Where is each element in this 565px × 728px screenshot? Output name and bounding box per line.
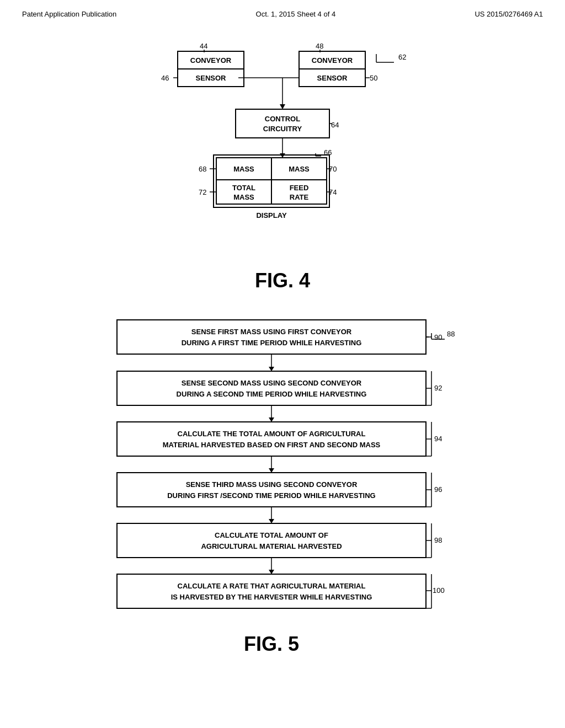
ref-88: 88	[447, 330, 455, 338]
fig4-label: FIG. 4	[255, 269, 310, 292]
control-label2: CIRCUITRY	[263, 125, 302, 133]
conveyor1-label: CONVEYOR	[190, 56, 232, 65]
step-100-line2: IS HARVESTED BY THE HARVESTER WHILE HARV…	[171, 593, 372, 601]
ref-64: 64	[331, 121, 339, 129]
sensor1-label: SENSOR	[196, 74, 227, 82]
step-98-box	[117, 523, 426, 558]
arrow-96-98	[269, 519, 274, 523]
step-96-line1: SENSE THIRD MASS USING SECOND CONVEYOR	[186, 480, 358, 489]
totalmass-label2: MASS	[233, 193, 254, 201]
ref-68: 68	[199, 165, 206, 173]
step-92-line2: DURING A SECOND TIME PERIOD WHILE HARVES…	[177, 390, 367, 398]
ref-46: 46	[161, 74, 169, 82]
header-center: Oct. 1, 2015 Sheet 4 of 4	[256, 10, 336, 18]
ref-94: 94	[434, 435, 442, 443]
fig4-container: 62 CONVEYOR 44 SENSOR 46 CONVEYOR 48 SEN…	[33, 29, 532, 292]
ref-92: 92	[434, 384, 442, 392]
arrow-92-94	[269, 417, 274, 422]
step-94-line2: MATERIAL HARVESTED BASED ON FIRST AND SE…	[163, 441, 381, 449]
step-100-box	[117, 574, 426, 608]
page-header: Patent Application Publication Oct. 1, 2…	[0, 0, 565, 24]
feedrate-label1: FEED	[290, 184, 309, 192]
ref-96: 96	[434, 485, 442, 494]
sensor2-label: SENSOR	[317, 74, 348, 82]
ref-72: 72	[199, 188, 206, 196]
fig5-diagram: 88 SENSE FIRST MASS USING FIRST CONVEYOR…	[89, 309, 476, 728]
step-94-line1: CALCULATE THE TOTAL AMOUNT OF AGRICULTUR…	[178, 430, 366, 438]
arrow-98-100	[269, 570, 274, 574]
arrow1-head	[280, 104, 285, 109]
step-92-line1: SENSE SECOND MASS USING SECOND CONVEYOR	[182, 379, 362, 387]
step-96-box	[117, 473, 426, 507]
mass1-label: MASS	[233, 165, 254, 173]
step-90-line2: DURING A FIRST TIME PERIOD WHILE HARVEST…	[182, 339, 362, 347]
arrow-94-96	[269, 468, 274, 473]
ref-62: 62	[398, 53, 406, 61]
ref-100: 100	[433, 586, 445, 595]
totalmass-label1: TOTAL	[232, 184, 255, 192]
fig4-diagram: 62 CONVEYOR 44 SENSOR 46 CONVEYOR 48 SEN…	[128, 29, 437, 266]
step-94-box	[117, 422, 426, 456]
step-100-line1: CALCULATE A RATE THAT AGRICULTURAL MATER…	[178, 582, 366, 590]
feedrate-label2: RATE	[290, 193, 309, 201]
step-92-box	[117, 371, 426, 405]
mass2-label: MASS	[289, 165, 310, 173]
arrow-90-92	[269, 367, 274, 371]
ref-44: 44	[200, 42, 207, 50]
step-98-line1: CALCULATE TOTAL AMOUNT OF	[215, 531, 328, 539]
fig5-label: FIG. 5	[244, 633, 299, 655]
header-left: Patent Application Publication	[22, 10, 116, 18]
conveyor2-label: CONVEYOR	[312, 56, 353, 65]
control-box	[236, 109, 329, 138]
ref-48: 48	[316, 42, 323, 50]
fig5-container: 88 SENSE FIRST MASS USING FIRST CONVEYOR…	[33, 309, 532, 728]
display-label: DISPLAY	[256, 211, 286, 220]
step-96-line2: DURING FIRST /SECOND TIME PERIOD WHILE H…	[167, 491, 376, 500]
ref-98: 98	[434, 536, 442, 544]
control-label1: CONTROL	[265, 115, 300, 123]
step-90-box	[117, 320, 426, 354]
header-right: US 2015/0276469 A1	[475, 10, 543, 18]
ref-50: 50	[370, 74, 377, 82]
main-content: 62 CONVEYOR 44 SENSOR 46 CONVEYOR 48 SEN…	[0, 24, 565, 728]
ref-90: 90	[434, 333, 442, 341]
step-98-line2: AGRICULTURAL MATERIAL HARVESTED	[201, 542, 342, 550]
step-90-line1: SENSE FIRST MASS USING FIRST CONVEYOR	[191, 328, 352, 336]
